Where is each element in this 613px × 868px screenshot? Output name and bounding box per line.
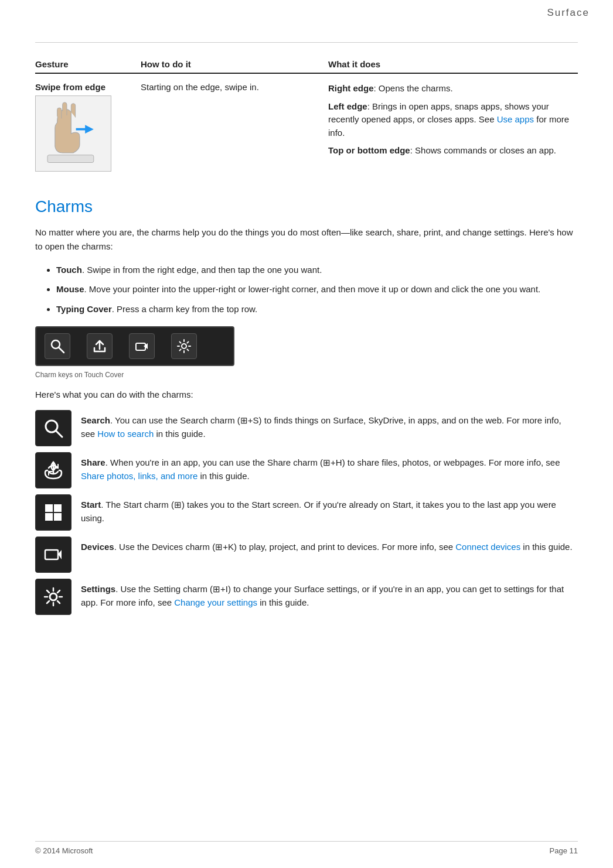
devices-charm-key — [129, 333, 155, 359]
change-settings-link[interactable]: Change your settings — [174, 597, 257, 607]
col-header-gesture: Gesture — [35, 59, 141, 73]
svg-marker-1 — [76, 125, 94, 134]
charm-keys-bar — [35, 326, 234, 366]
search-charm-icon — [35, 410, 71, 446]
right-edge-text: : Opens the charms. — [374, 83, 453, 93]
top-bottom-text: : Shows commands or closes an app. — [410, 145, 556, 155]
svg-point-5 — [182, 344, 186, 348]
devices-charm-text: Devices. Use the Devices charm (⊞+K) to … — [81, 536, 578, 553]
charms-list: Search. You can use the Search charm (⊞+… — [35, 410, 578, 615]
gesture-label: Swipe from edge — [35, 82, 135, 92]
open-charms-list: Touch. Swipe in from the right edge, and… — [35, 263, 578, 316]
connect-devices-link[interactable]: Connect devices — [455, 542, 520, 552]
svg-line-7 — [56, 430, 62, 437]
table-row: Swipe from edge — [35, 73, 578, 180]
charm-share-item: Share. When you're in an app, you can us… — [35, 452, 578, 488]
what-it-does-col: Right edge: Opens the charms. Left edge:… — [328, 73, 578, 180]
svg-rect-11 — [54, 513, 62, 521]
how-to-search-link[interactable]: How to search — [97, 429, 154, 439]
brand-logo: Surface — [547, 7, 590, 19]
search-charm-text: Search. You can use the Search charm (⊞+… — [81, 410, 578, 441]
charm-settings-item: Settings. Use the Setting charm (⊞+I) to… — [35, 579, 578, 615]
page-footer: © 2014 Microsoft Page 11 — [35, 841, 578, 855]
share-link[interactable]: Share photos, links, and more — [81, 471, 197, 481]
charm-devices-item: Devices. Use the Devices charm (⊞+K) to … — [35, 536, 578, 573]
svg-rect-8 — [45, 504, 53, 512]
devices-charm-icon — [35, 536, 71, 573]
settings-charm-text: Settings. Use the Setting charm (⊞+I) to… — [81, 579, 578, 610]
svg-rect-12 — [45, 550, 58, 559]
share-charm-text: Share. When you're in an app, you can us… — [81, 452, 578, 483]
copyright: © 2014 Microsoft — [35, 846, 93, 855]
share-charm-key — [87, 333, 113, 359]
charm-search-item: Search. You can use the Search charm (⊞+… — [35, 410, 578, 446]
col-header-how: How to do it — [141, 59, 328, 73]
svg-rect-0 — [47, 155, 94, 163]
bullet-touch: Touch. Swipe in from the right edge, and… — [56, 263, 578, 276]
charm-start-item: Start. The Start charm (⊞) takes you to … — [35, 494, 578, 531]
hand-swipe-image — [35, 95, 111, 172]
svg-rect-4 — [136, 343, 145, 350]
gesture-table: Gesture How to do it What it does Swipe … — [35, 59, 578, 180]
start-charm-icon — [35, 494, 71, 531]
start-charm-text: Start. The Start charm (⊞) takes you to … — [81, 494, 578, 525]
bullet-typing-cover: Typing Cover. Press a charm key from the… — [56, 302, 578, 316]
settings-charm-key — [171, 333, 197, 359]
col-header-what: What it does — [328, 59, 578, 73]
heres-what-text: Here's what you can do with the charms: — [35, 389, 578, 399]
right-edge-bold: Right edge — [328, 83, 374, 93]
bullet-mouse: Mouse. Move your pointer into the upper-… — [56, 282, 578, 296]
settings-charm-icon — [35, 579, 71, 615]
search-charm-key — [45, 333, 70, 359]
svg-rect-10 — [45, 513, 53, 521]
share-charm-icon — [35, 452, 71, 488]
svg-line-3 — [59, 347, 64, 353]
left-edge-bold: Left edge — [328, 101, 367, 111]
charms-intro: No matter where you are, the charms help… — [35, 225, 578, 254]
svg-rect-9 — [54, 504, 62, 512]
charms-heading: Charms — [35, 197, 578, 216]
page-number: Page 11 — [550, 846, 578, 855]
top-bottom-bold: Top or bottom edge — [328, 145, 410, 155]
charm-keys-caption: Charm keys on Touch Cover — [35, 371, 578, 379]
how-to-text: Starting on the edge, swipe in. — [141, 73, 328, 180]
use-apps-link[interactable]: Use apps — [497, 114, 534, 124]
svg-point-13 — [50, 593, 57, 600]
